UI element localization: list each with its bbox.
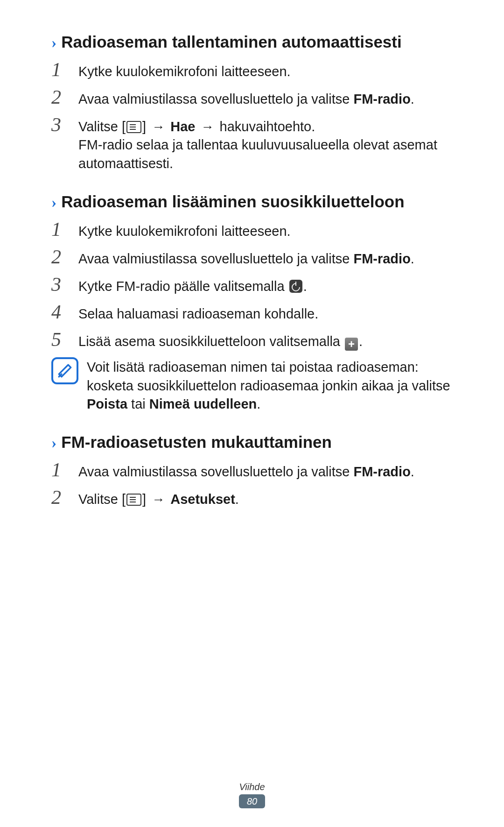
step: 2Avaa valmiustilassa sovellusluettelo ja… — [51, 247, 453, 268]
chevron-icon: › — [51, 194, 56, 210]
step-body: Avaa valmiustilassa sovellusluettelo ja … — [78, 87, 414, 108]
section: ›FM-radioasetusten mukauttaminen1Avaa va… — [51, 433, 453, 509]
text: . — [235, 492, 239, 507]
step-body: Avaa valmiustilassa sovellusluettelo ja … — [78, 460, 414, 481]
text: Avaa valmiustilassa sovellusluettelo ja … — [78, 92, 353, 106]
note-text: Voit lisätä radioaseman nimen tai poista… — [87, 357, 453, 413]
text: . — [257, 396, 260, 411]
step-body: Kytke kuulokemikrofoni laitteeseen. — [78, 60, 291, 81]
step-number: 4 — [51, 302, 68, 323]
note-icon — [51, 357, 78, 384]
step-list: 1Kytke kuulokemikrofoni laitteeseen.2Ava… — [51, 219, 453, 351]
menu-icon — [126, 121, 141, 133]
chevron-icon: › — [51, 35, 56, 50]
power-icon — [289, 280, 302, 293]
step-number: 3 — [51, 115, 68, 172]
text-bold: Nimeä uudelleen — [149, 396, 257, 411]
text: . — [411, 251, 414, 266]
note: Voit lisätä radioaseman nimen tai poista… — [51, 357, 453, 413]
text: . — [411, 464, 414, 479]
step: 2Avaa valmiustilassa sovellusluettelo ja… — [51, 87, 453, 108]
step-number: 1 — [51, 60, 68, 81]
sections-container: ›Radioaseman tallentaminen automaattises… — [51, 33, 453, 509]
text: . — [411, 92, 414, 106]
step: 3Valitse [] → Hae → hakuvaihtoehto.FM-ra… — [51, 115, 453, 172]
step-body: Kytke kuulokemikrofoni laitteeseen. — [78, 219, 291, 240]
text-bold: Hae — [170, 119, 195, 134]
step: 2Valitse [] → Asetukset. — [51, 488, 453, 509]
text-bold: Asetukset — [170, 492, 235, 507]
step: 1Kytke kuulokemikrofoni laitteeseen. — [51, 219, 453, 240]
text: . — [303, 279, 307, 294]
text: ] — [142, 492, 150, 507]
text: Selaa haluamasi radioaseman kohdalle. — [78, 306, 318, 321]
text: Valitse [ — [78, 119, 126, 134]
plus-icon: + — [345, 338, 358, 351]
text: Kytke kuulokemikrofoni laitteeseen. — [78, 224, 291, 239]
step-body: Lisää asema suosikkiluetteloon valitsema… — [78, 330, 363, 351]
text: FM-radio selaa ja tallentaa kuuluvuusalu… — [78, 137, 437, 170]
section-heading: ›Radioaseman tallentaminen automaattises… — [51, 33, 453, 51]
text: Valitse [ — [78, 492, 126, 507]
section-heading: ›FM-radioasetusten mukauttaminen — [51, 433, 453, 452]
text: Voit lisätä radioaseman nimen tai poista… — [87, 360, 450, 393]
section: ›Radioaseman lisääminen suosikkiluettelo… — [51, 192, 453, 413]
step: 1Avaa valmiustilassa sovellusluettelo ja… — [51, 460, 453, 481]
arrow-icon: → — [201, 118, 214, 136]
page-number-badge: 80 — [239, 794, 265, 808]
text-bold: FM-radio — [353, 251, 410, 266]
arrow-icon: → — [152, 491, 165, 509]
step: 3Kytke FM-radio päälle valitsemalla . — [51, 275, 453, 296]
chevron-icon: › — [51, 435, 56, 451]
text — [167, 119, 170, 134]
text-bold: FM-radio — [353, 92, 410, 106]
text: Lisää asema suosikkiluetteloon valitsema… — [78, 334, 344, 349]
step-number: 1 — [51, 219, 68, 240]
step-number: 3 — [51, 275, 68, 296]
step-number: 2 — [51, 87, 68, 108]
step: 5Lisää asema suosikkiluetteloon valitsem… — [51, 330, 453, 351]
text — [195, 119, 199, 134]
text: hakuvaihtoehto. — [216, 119, 315, 134]
page: ›Radioaseman tallentaminen automaattises… — [0, 0, 504, 827]
text: ] — [142, 119, 150, 134]
step-list: 1Avaa valmiustilassa sovellusluettelo ja… — [51, 460, 453, 509]
text — [167, 492, 170, 507]
step-number: 2 — [51, 247, 68, 268]
menu-icon — [126, 494, 141, 506]
step: 4Selaa haluamasi radioaseman kohdalle. — [51, 302, 453, 323]
step-number: 5 — [51, 330, 68, 351]
step-body: Valitse [] → Asetukset. — [78, 488, 239, 509]
arrow-icon: → — [152, 118, 165, 136]
section: ›Radioaseman tallentaminen automaattises… — [51, 33, 453, 173]
text: Kytke FM-radio päälle valitsemalla — [78, 279, 288, 294]
section-title: FM-radioasetusten mukauttaminen — [61, 433, 332, 452]
step-number: 1 — [51, 460, 68, 481]
step-body: Avaa valmiustilassa sovellusluettelo ja … — [78, 247, 414, 268]
text: Kytke kuulokemikrofoni laitteeseen. — [78, 64, 291, 79]
text: . — [359, 334, 363, 349]
text: Avaa valmiustilassa sovellusluettelo ja … — [78, 464, 353, 479]
section-title: Radioaseman lisääminen suosikkiluetteloo… — [61, 192, 404, 211]
text-bold: FM-radio — [353, 464, 410, 479]
section-title: Radioaseman tallentaminen automaattisest… — [61, 33, 401, 51]
step-body: Selaa haluamasi radioaseman kohdalle. — [78, 302, 318, 323]
step-body: Valitse [] → Hae → hakuvaihtoehto.FM-rad… — [78, 115, 453, 172]
step: 1Kytke kuulokemikrofoni laitteeseen. — [51, 60, 453, 81]
text: tai — [127, 396, 149, 411]
text-bold: Poista — [87, 396, 127, 411]
section-heading: ›Radioaseman lisääminen suosikkiluettelo… — [51, 192, 453, 211]
step-number: 2 — [51, 488, 68, 509]
text: Avaa valmiustilassa sovellusluettelo ja … — [78, 251, 353, 266]
step-list: 1Kytke kuulokemikrofoni laitteeseen.2Ava… — [51, 60, 453, 173]
footer-section-label: Viihde — [0, 782, 504, 792]
step-body: Kytke FM-radio päälle valitsemalla . — [78, 275, 307, 296]
page-footer: Viihde 80 — [0, 782, 504, 808]
